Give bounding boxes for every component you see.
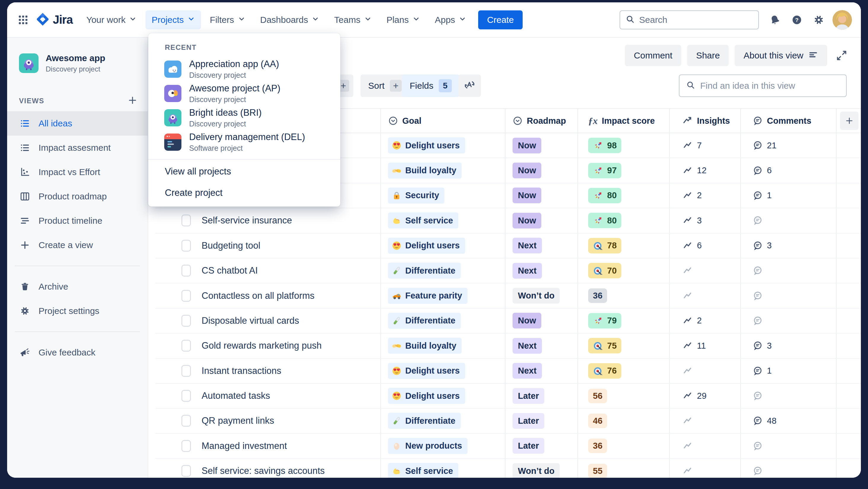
roadmap-badge[interactable]: Later — [513, 413, 544, 429]
nav-item-your-work[interactable]: Your work — [80, 10, 143, 29]
goal-badge[interactable]: Self service — [388, 463, 458, 478]
goal-badge[interactable]: Differentiate — [388, 313, 461, 329]
insights-cell[interactable]: 11 — [669, 334, 740, 358]
table-row[interactable]: Self service: savings accounts Self serv… — [155, 459, 861, 478]
comments-cell[interactable] — [740, 258, 836, 283]
nav-item-plans[interactable]: Plans — [381, 10, 426, 29]
share-button[interactable]: Share — [687, 45, 729, 66]
goal-badge[interactable]: Security — [388, 188, 444, 204]
project-menu-item-awesome-project-ap[interactable]: Awesome project (AP) Discovery project — [148, 81, 340, 106]
sidebar-item-product-timeline[interactable]: Product timeline — [7, 209, 148, 233]
goal-badge[interactable]: Differentiate — [388, 413, 461, 429]
row-checkbox[interactable] — [181, 214, 191, 226]
nav-item-apps[interactable]: Apps — [429, 10, 472, 29]
fullscreen-expand-icon[interactable] — [833, 49, 850, 62]
comments-cell[interactable] — [740, 384, 836, 408]
give-feedback-button[interactable]: Give feedback — [7, 340, 148, 365]
goal-badge[interactable]: Delight users — [388, 238, 465, 254]
goal-badge[interactable]: Differentiate — [388, 263, 461, 279]
row-checkbox[interactable] — [181, 340, 191, 352]
goal-badge[interactable]: New products — [388, 438, 467, 454]
impact-score-badge[interactable]: 78 — [588, 238, 621, 253]
settings-gear-icon[interactable] — [810, 11, 827, 28]
project-header[interactable]: Awesome app Discovery project — [19, 53, 139, 73]
impact-score-badge[interactable]: 56 — [588, 389, 607, 403]
comments-cell[interactable]: 48 — [740, 409, 836, 433]
roadmap-badge[interactable]: Next — [513, 238, 542, 253]
nav-item-projects[interactable]: Projects — [146, 10, 201, 29]
impact-score-badge[interactable]: 76 — [588, 363, 621, 379]
table-row[interactable]: Automated tasks Delight users Later 56 2… — [155, 384, 861, 409]
column-header-goal[interactable]: Goal — [380, 109, 505, 133]
roadmap-badge[interactable]: Now — [513, 213, 541, 228]
goal-badge[interactable]: Build loyalty — [388, 163, 462, 179]
column-header-impact-score[interactable]: ƒx Impact score — [578, 109, 669, 133]
insights-cell[interactable] — [669, 409, 740, 433]
column-header-roadmap[interactable]: Roadmap — [505, 109, 578, 133]
comments-cell[interactable] — [740, 459, 836, 478]
impact-score-badge[interactable]: 97 — [588, 163, 621, 178]
roadmap-badge[interactable]: Later — [513, 388, 544, 404]
impact-score-badge[interactable]: 36 — [588, 288, 607, 303]
roadmap-badge[interactable]: Now — [513, 138, 541, 153]
table-row[interactable]: Instant transactions Delight users Next … — [155, 359, 861, 384]
impact-score-badge[interactable]: 98 — [588, 138, 621, 153]
add-view-icon[interactable] — [127, 95, 137, 107]
row-checkbox[interactable] — [181, 290, 191, 302]
sidebar-item-all-ideas[interactable]: All ideas — [7, 111, 148, 136]
comments-cell[interactable]: 6 — [740, 158, 836, 182]
nav-item-dashboards[interactable]: Dashboards — [254, 10, 326, 29]
sidebar-item-product-roadmap[interactable]: Product roadmap — [7, 184, 148, 209]
comments-cell[interactable]: 3 — [740, 334, 836, 358]
impact-score-badge[interactable]: 80 — [588, 213, 621, 228]
impact-score-badge[interactable]: 36 — [588, 438, 607, 453]
user-avatar[interactable] — [832, 10, 852, 30]
find-idea-input[interactable] — [700, 81, 840, 91]
fields-button[interactable]: Fields 5 — [402, 75, 460, 97]
impact-score-badge[interactable]: 46 — [588, 414, 607, 428]
table-row[interactable]: Budgeting tool Delight users Next 78 6 3 — [155, 233, 861, 258]
roadmap-badge[interactable]: Won’t do — [513, 288, 560, 304]
roadmap-badge[interactable]: Won’t do — [513, 463, 560, 478]
comments-cell[interactable]: 3 — [740, 233, 836, 258]
jira-logo[interactable]: Jira — [36, 12, 73, 28]
roadmap-badge[interactable]: Now — [513, 163, 541, 178]
row-checkbox[interactable] — [181, 315, 191, 327]
table-row[interactable]: Managed investment New products Later 36 — [155, 434, 861, 459]
find-idea-search[interactable] — [679, 75, 847, 97]
help-icon[interactable]: ? — [788, 11, 805, 28]
roadmap-badge[interactable]: Now — [513, 313, 541, 328]
insights-cell[interactable] — [669, 434, 740, 458]
insights-cell[interactable]: 12 — [669, 158, 740, 182]
row-checkbox[interactable] — [181, 265, 191, 277]
about-this-view-button[interactable]: About this view — [735, 45, 827, 66]
sidebar-item-impact-assesment[interactable]: Impact assesment — [7, 136, 148, 160]
nav-item-teams[interactable]: Teams — [328, 10, 377, 29]
row-checkbox[interactable] — [181, 390, 191, 402]
goal-badge[interactable]: Self service — [388, 212, 458, 228]
insights-cell[interactable]: 2 — [669, 183, 740, 208]
impact-score-badge[interactable]: 79 — [588, 313, 621, 328]
impact-score-badge[interactable]: 70 — [588, 263, 621, 278]
goal-badge[interactable]: Delight users — [388, 137, 465, 153]
table-row[interactable]: Gold rewards marketing push Build loyalt… — [155, 334, 861, 358]
comments-cell[interactable] — [740, 208, 836, 233]
view-all-projects-link[interactable]: View all projects — [148, 162, 340, 181]
insights-cell[interactable] — [669, 459, 740, 478]
comments-cell[interactable]: 1 — [740, 359, 836, 383]
insights-cell[interactable] — [669, 359, 740, 383]
project-menu-item-delivery-management-del[interactable]: Delivery management (DEL) Software proje… — [148, 130, 340, 154]
impact-score-badge[interactable]: 75 — [588, 338, 621, 353]
roadmap-badge[interactable]: Next — [513, 263, 542, 279]
comments-cell[interactable]: 1 — [740, 183, 836, 208]
insights-cell[interactable] — [669, 283, 740, 308]
insights-cell[interactable]: 3 — [669, 208, 740, 233]
row-checkbox[interactable] — [181, 240, 191, 252]
roadmap-badge[interactable]: Next — [513, 363, 542, 379]
sidebar-item-archive[interactable]: Archive — [7, 275, 148, 299]
project-menu-item-bright-ideas-bri[interactable]: Bright ideas (BRI) Discovery project — [148, 106, 340, 130]
table-row[interactable]: Disposable virtual cards Differentiate N… — [155, 309, 861, 334]
insights-cell[interactable]: 7 — [669, 133, 740, 157]
sidebar-item-project-settings[interactable]: Project settings — [7, 299, 148, 323]
create-project-link[interactable]: Create project — [148, 183, 340, 202]
